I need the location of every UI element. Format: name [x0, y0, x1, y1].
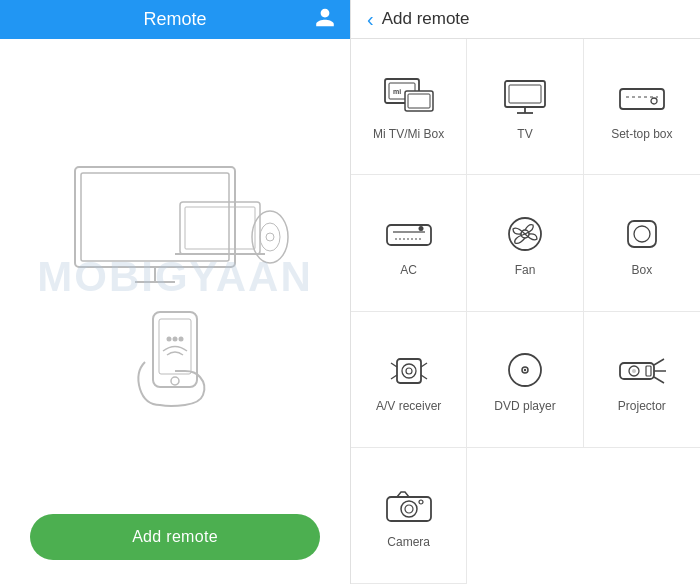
svg-point-12	[171, 377, 179, 385]
av-receiver-label: A/V receiver	[376, 399, 441, 413]
svg-point-35	[634, 226, 650, 242]
svg-rect-25	[620, 89, 664, 109]
left-header: Remote	[0, 0, 350, 39]
add-remote-button[interactable]: Add remote	[30, 514, 320, 560]
dvd-player-label: DVD player	[494, 399, 555, 413]
svg-rect-5	[185, 207, 255, 249]
svg-point-13	[167, 336, 172, 341]
person-icon[interactable]	[314, 6, 336, 33]
grid-item-fan[interactable]: Fan	[467, 175, 583, 311]
svg-point-14	[173, 336, 178, 341]
device-grid: mi Mi TV/Mi Box TV Set-top box	[351, 39, 700, 584]
svg-point-45	[524, 369, 526, 371]
svg-point-8	[260, 223, 280, 251]
right-panel: ‹ Add remote mi Mi TV/Mi Box TV	[350, 0, 700, 584]
svg-point-31	[418, 226, 423, 231]
svg-point-7	[252, 211, 288, 263]
left-panel: Remote MOBIGYAAN	[0, 0, 350, 584]
svg-point-27	[651, 98, 657, 104]
svg-rect-49	[646, 366, 651, 376]
svg-rect-36	[397, 359, 421, 383]
box-label: Box	[631, 263, 652, 277]
svg-point-52	[405, 505, 413, 513]
svg-point-37	[402, 364, 416, 378]
mi-tv-label: Mi TV/Mi Box	[373, 127, 444, 141]
svg-rect-0	[75, 167, 235, 267]
fan-label: Fan	[515, 263, 536, 277]
grid-item-mi-tv[interactable]: mi Mi TV/Mi Box	[351, 39, 467, 175]
svg-point-48	[632, 369, 636, 373]
svg-point-53	[419, 500, 423, 504]
projector-label: Projector	[618, 399, 666, 413]
set-top-box-label: Set-top box	[611, 127, 672, 141]
svg-rect-10	[153, 312, 197, 387]
svg-rect-28	[387, 225, 431, 245]
grid-item-dvd-player[interactable]: DVD player	[467, 312, 583, 448]
svg-rect-1	[81, 173, 229, 261]
left-panel-title: Remote	[143, 9, 206, 30]
svg-point-38	[406, 368, 412, 374]
ac-label: AC	[400, 263, 417, 277]
svg-text:mi: mi	[393, 88, 401, 95]
svg-point-15	[179, 336, 184, 341]
left-content: MOBIGYAAN	[0, 39, 350, 514]
svg-rect-4	[180, 202, 260, 254]
back-arrow-icon[interactable]: ‹	[367, 8, 374, 31]
svg-rect-34	[628, 221, 656, 247]
grid-item-av-receiver[interactable]: A/V receiver	[351, 312, 467, 448]
illustration	[45, 117, 305, 437]
svg-rect-22	[509, 85, 541, 103]
grid-item-box[interactable]: Box	[584, 175, 700, 311]
tv-label: TV	[517, 127, 532, 141]
camera-label: Camera	[387, 535, 430, 549]
right-panel-title: Add remote	[382, 9, 470, 29]
grid-item-projector[interactable]: Projector	[584, 312, 700, 448]
grid-item-tv[interactable]: TV	[467, 39, 583, 175]
svg-rect-46	[620, 363, 654, 379]
grid-item-ac[interactable]: AC	[351, 175, 467, 311]
svg-point-51	[401, 501, 417, 517]
right-header: ‹ Add remote	[351, 0, 700, 39]
grid-item-set-top-box[interactable]: Set-top box	[584, 39, 700, 175]
svg-point-9	[266, 233, 274, 241]
grid-item-camera[interactable]: Camera	[351, 448, 467, 584]
